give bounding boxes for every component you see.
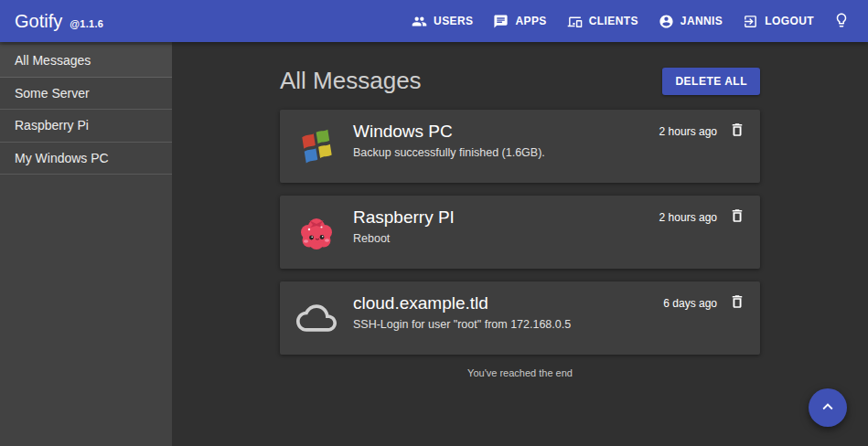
users-icon: [412, 14, 427, 29]
end-of-list-text: You've reached the end: [280, 367, 760, 378]
lightbulb-icon: [833, 12, 850, 31]
nav-logout-button[interactable]: LOGOUT: [733, 6, 824, 37]
content-header: All Messages DELETE ALL: [280, 67, 760, 95]
delete-all-button[interactable]: DELETE ALL: [662, 68, 760, 95]
message-body: SSH-Login for user "root" from 172.168.0…: [353, 318, 663, 331]
nav-clients-label: CLIENTS: [589, 15, 638, 27]
sidebar: All Messages Some Server Raspberry Pi My…: [0, 42, 172, 446]
message-body: Reboot: [353, 232, 659, 245]
account-circle-icon: [659, 14, 674, 29]
message-title: Raspberry PI: [353, 207, 659, 228]
scroll-to-top-button[interactable]: [809, 388, 847, 427]
raspberry-logo-icon: [296, 212, 337, 252]
main-content: All Messages DELETE ALL Windows PC Backu…: [172, 42, 868, 446]
message-timestamp: 2 hours ago: [659, 125, 717, 138]
delete-message-button[interactable]: [729, 293, 745, 313]
windows-logo-icon: [296, 126, 337, 166]
theme-toggle-button[interactable]: [824, 5, 850, 38]
sidebar-item-label: Raspberry Pi: [15, 118, 89, 133]
trash-icon: [729, 293, 745, 313]
sidebar-item-raspberry-pi[interactable]: Raspberry Pi: [0, 110, 172, 143]
nav-clients-button[interactable]: CLIENTS: [557, 6, 648, 37]
trash-icon: [729, 122, 745, 141]
devices-icon: [567, 14, 583, 29]
message-card: cloud.example.tld SSH-Login for user "ro…: [280, 281, 760, 355]
trash-icon: [729, 207, 745, 227]
cloud-icon: [296, 298, 337, 338]
nav-users-label: USERS: [434, 15, 473, 27]
message-title: cloud.example.tld: [353, 292, 663, 314]
brand[interactable]: Gotify @1.1.6: [15, 11, 103, 32]
app-bar: Gotify @1.1.6 USERS APPS CLIENTS JANNIS: [0, 0, 868, 42]
nav-users-button[interactable]: USERS: [402, 6, 483, 37]
nav-apps-label: APPS: [515, 15, 546, 27]
sidebar-item-label: All Messages: [15, 53, 91, 68]
sidebar-item-some-server[interactable]: Some Server: [0, 78, 172, 111]
logout-icon: [743, 14, 758, 29]
page-title: All Messages: [280, 67, 422, 95]
brand-title: Gotify: [15, 11, 62, 32]
nav-user-label: JANNIS: [680, 15, 723, 27]
message-card: Windows PC Backup successfully finished …: [280, 110, 760, 183]
brand-version: @1.1.6: [70, 18, 103, 29]
nav-apps-button[interactable]: APPS: [483, 6, 556, 37]
chevron-up-icon: [818, 397, 838, 419]
nav-user-account-button[interactable]: JANNIS: [648, 6, 733, 37]
sidebar-item-all-messages[interactable]: All Messages: [0, 45, 172, 78]
message-card: Raspberry PI Reboot 2 hours ago: [280, 196, 760, 269]
nav-logout-label: LOGOUT: [765, 15, 814, 27]
sidebar-item-my-windows-pc[interactable]: My Windows PC: [0, 143, 172, 175]
message-timestamp: 6 days ago: [663, 297, 717, 310]
sidebar-item-label: My Windows PC: [15, 151, 109, 165]
top-nav: USERS APPS CLIENTS JANNIS LOGOUT: [402, 5, 850, 38]
delete-message-button[interactable]: [729, 207, 745, 227]
message-title: Windows PC: [353, 121, 659, 143]
message-timestamp: 2 hours ago: [659, 211, 717, 224]
sidebar-item-label: Some Server: [15, 86, 90, 101]
message-body: Backup successfully finished (1.6GB).: [353, 146, 659, 159]
delete-message-button[interactable]: [729, 122, 745, 141]
chat-icon: [493, 14, 509, 29]
